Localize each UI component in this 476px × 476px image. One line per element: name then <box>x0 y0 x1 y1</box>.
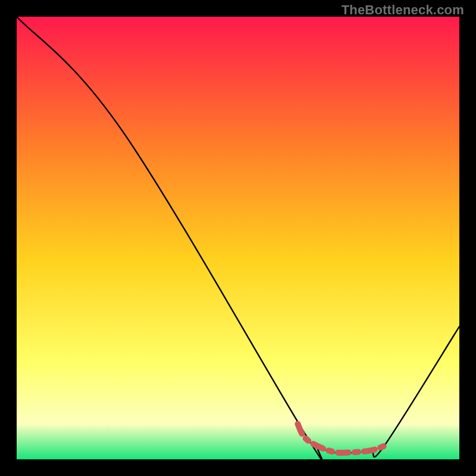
plot-area <box>17 17 459 459</box>
bottleneck-chart <box>17 17 459 459</box>
gradient-background <box>17 17 459 459</box>
watermark-text: TheBottleneck.com <box>342 2 464 18</box>
chart-frame: TheBottleneck.com <box>0 0 476 476</box>
